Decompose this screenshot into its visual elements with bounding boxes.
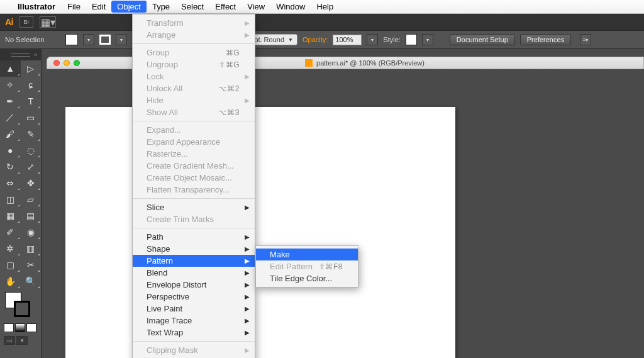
object-menu-live-paint[interactable]: Live Paint▶ [133, 303, 255, 315]
tool-artboard[interactable]: ▢ [0, 257, 21, 273]
object-menu-clipping-mask-label: Clipping Mask [147, 345, 198, 355]
zoom-window-icon[interactable] [74, 60, 80, 66]
fill-swatch[interactable] [65, 34, 78, 45]
object-menu-unlock-all-label: Unlock All [147, 84, 182, 93]
bridge-icon[interactable]: Br [19, 16, 33, 28]
object-menu-image-trace-label: Image Trace [147, 316, 192, 325]
menu-object[interactable]: Object [111, 1, 147, 13]
object-menu-create-object-mosaic-label: Create Object Mosaic... [147, 173, 232, 182]
menu-view[interactable]: View [242, 1, 270, 13]
menu-help[interactable]: Help [311, 1, 339, 13]
object-menu-slice[interactable]: Slice▶ [133, 201, 255, 213]
close-window-icon[interactable] [53, 60, 60, 66]
stroke-dropdown-icon[interactable]: ▾ [116, 34, 127, 45]
tool-paintbrush[interactable]: 🖌 [0, 126, 21, 142]
tool-scale[interactable]: ⤢ [21, 159, 42, 175]
menu-select[interactable]: Select [175, 1, 209, 13]
artboard[interactable] [65, 107, 455, 358]
tools-panel: » ▲▷✧ɕ✒T／▭🖌✎●◌↻⤢⇔✥◫▱▦▤✐◉✲▥▢✂✋🔍 ▭ ▾ [0, 49, 42, 358]
object-menu-path-label: Path [147, 232, 164, 242]
tool-type[interactable]: T [21, 93, 42, 109]
pattern-submenu-tile-edge-color-label: Tile Edge Color... [270, 274, 332, 283]
tool-direct-selection[interactable]: ▷ [21, 60, 42, 77]
minimize-window-icon[interactable] [64, 60, 70, 66]
menu-effect[interactable]: Effect [209, 1, 242, 13]
screen-mode-menu[interactable]: ▾ [16, 336, 28, 345]
object-menu-rasterize-label: Rasterize... [147, 149, 188, 159]
object-menu-flatten-transparency: Flatten Transparency... [133, 184, 255, 196]
menu-type[interactable]: Type [147, 1, 175, 13]
tool-perspective[interactable]: ▱ [21, 191, 42, 208]
object-menu-perspective[interactable]: Perspective▶ [133, 291, 255, 303]
tool-pencil[interactable]: ✎ [21, 126, 42, 142]
object-menu-show-all: Show All⌥⌘3 [133, 106, 255, 118]
tool-shape-builder[interactable]: ◫ [0, 191, 21, 208]
object-menu-create-trim-marks-label: Create Trim Marks [147, 215, 214, 224]
pattern-submenu-edit-pattern: Edit Pattern⇧⌘F8 [256, 260, 358, 272]
color-mode-solid[interactable] [4, 323, 14, 332]
stroke-swatch[interactable] [99, 35, 111, 45]
preferences-button[interactable]: Preferences [520, 34, 571, 45]
tool-rectangle[interactable]: ▭ [21, 109, 42, 126]
tool-eyedropper[interactable]: ✐ [0, 224, 21, 240]
tool-selection[interactable]: ▲ [0, 60, 21, 77]
align-menu-icon[interactable]: ≡▾ [580, 34, 591, 45]
tools-panel-header[interactable]: » [0, 49, 41, 60]
tool-mesh[interactable]: ▦ [0, 208, 21, 224]
tool-graph[interactable]: ▥ [21, 240, 42, 257]
tool-line[interactable]: ／ [0, 109, 21, 126]
object-menu-expand-appearance: Expand Appearance [133, 136, 255, 148]
object-menu-dropdown: Transform▶Arrange▶Group⌘GUngroup⇧⌘GLock▶… [132, 14, 255, 358]
tool-rotate[interactable]: ↻ [0, 159, 21, 175]
style-dropdown-icon[interactable]: ▾ [422, 34, 433, 45]
object-menu-image-trace[interactable]: Image Trace▶ [133, 315, 255, 327]
selection-status: No Selection [5, 36, 44, 43]
tool-width[interactable]: ⇔ [0, 175, 21, 191]
object-menu-shape[interactable]: Shape▶ [133, 243, 255, 255]
opacity-label[interactable]: Opacity: [303, 36, 328, 43]
object-menu-text-wrap[interactable]: Text Wrap▶ [133, 327, 255, 338]
menubar-app-name[interactable]: Illustrator [15, 1, 62, 13]
menu-file[interactable]: File [62, 1, 86, 13]
tool-gradient[interactable]: ▤ [21, 208, 42, 224]
tool-blend[interactable]: ◉ [21, 224, 42, 240]
tool-zoom[interactable]: 🔍 [21, 273, 42, 289]
arrange-docs-icon[interactable]: ▦▾ [40, 16, 56, 28]
object-menu-envelope-distort[interactable]: Envelope Distort▶ [133, 279, 255, 291]
submenu-arrow-icon: ▶ [245, 281, 250, 288]
fill-dropdown-icon[interactable]: ▾ [83, 34, 94, 45]
menu-window[interactable]: Window [270, 1, 311, 13]
object-menu-create-gradient-mesh-label: Create Gradient Mesh... [147, 161, 234, 171]
object-menu-slice-label: Slice [147, 203, 164, 212]
submenu-arrow-icon: ▶ [245, 329, 250, 336]
tool-pen[interactable]: ✒ [0, 93, 21, 109]
submenu-arrow-icon: ▶ [245, 317, 250, 324]
tool-symbol-sprayer[interactable]: ✲ [0, 240, 21, 257]
tool-eraser[interactable]: ◌ [21, 142, 42, 159]
fill-stroke-control[interactable] [0, 289, 41, 322]
opacity-field[interactable]: 100% [333, 35, 362, 45]
color-mode-gradient[interactable] [15, 323, 25, 332]
object-menu-hide: Hide▶ [133, 94, 255, 106]
screen-mode-normal[interactable]: ▭ [4, 336, 15, 345]
opacity-dropdown-icon[interactable]: ▾ [367, 34, 378, 45]
control-bar: No Selection ▾ ▾ Stroke: • 3 pt. Round▼ … [0, 30, 644, 49]
tool-lasso[interactable]: ɕ [21, 77, 42, 93]
menu-edit[interactable]: Edit [86, 1, 111, 13]
object-menu-path[interactable]: Path▶ [133, 231, 255, 243]
pattern-submenu-make[interactable]: Make [256, 249, 358, 260]
stroke-color[interactable] [14, 301, 30, 317]
object-menu-blend[interactable]: Blend▶ [133, 267, 255, 279]
tool-free-transform[interactable]: ✥ [21, 175, 42, 191]
object-menu-hide-label: Hide [147, 96, 164, 105]
pattern-submenu-tile-edge-color[interactable]: Tile Edge Color... [256, 272, 358, 284]
tool-hand[interactable]: ✋ [0, 273, 21, 289]
tool-blob[interactable]: ● [0, 142, 21, 159]
object-menu-pattern[interactable]: Pattern▶ [133, 255, 255, 267]
color-mode-none[interactable] [26, 323, 36, 332]
document-setup-button[interactable]: Document Setup [450, 34, 515, 45]
object-menu-ungroup-label: Ungroup [147, 60, 178, 69]
tool-slice[interactable]: ✂ [21, 257, 42, 273]
style-swatch[interactable] [406, 34, 417, 45]
tool-magic-wand[interactable]: ✧ [0, 77, 21, 93]
